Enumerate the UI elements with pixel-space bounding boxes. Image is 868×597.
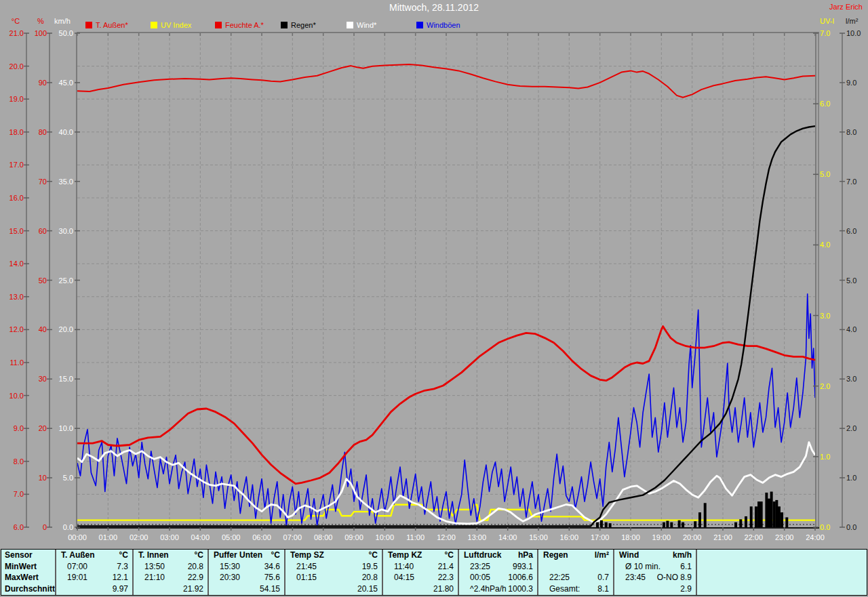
x-tick-label: 08:00 [310, 533, 337, 541]
table-cell: 07:007.3 [56, 561, 132, 573]
rain-bar [739, 519, 742, 527]
legend-item: Regen* [281, 21, 316, 30]
cell-value: 21.92 [183, 583, 208, 595]
cell-value: 20.8 [188, 561, 208, 573]
y-tick-label: 25.0 [50, 276, 73, 285]
y-tick-label: 10.0 [50, 424, 73, 432]
table-row-label: Durchschnitt [1, 583, 55, 595]
table-cell: 20.15 [285, 583, 382, 595]
y-tick-label: 1.0 [820, 453, 842, 461]
y-tick-label: 7.0 [820, 29, 842, 37]
cell-time: T. Außen [56, 550, 119, 561]
rain-bar [781, 512, 783, 527]
legend-swatch-icon [85, 22, 92, 28]
cell-time: 21:45 [285, 561, 362, 573]
table-cell: 00:051006.6 [459, 572, 537, 583]
cell-time: Temp SZ [285, 550, 369, 561]
legend-swatch-icon [347, 22, 353, 28]
x-tick-label: 13:00 [463, 533, 490, 541]
cell-value: 21.4 [438, 561, 458, 573]
table-header-cell: T. Außen°C [56, 550, 132, 561]
y-tick-label: 50.0 [50, 29, 73, 37]
y-tick-label: 14.0 [3, 260, 24, 268]
rain-bar [755, 506, 757, 527]
table-cell: 21.92 [134, 583, 208, 595]
table-header-cell: T. Innen°C [134, 550, 208, 561]
cell-time: 21:10 [134, 572, 188, 583]
cell-time: Regen [538, 550, 595, 561]
cell-value: 34.6 [264, 561, 284, 573]
table-header-cell: LuftdruckhPa [459, 550, 537, 561]
table-row-label: MinWert [1, 561, 55, 573]
rain-bar [773, 501, 776, 527]
cell-value: 993.1 [513, 561, 537, 573]
rain-bar [750, 506, 753, 527]
table-cell: 9.97 [56, 583, 132, 595]
x-tick-label: 17:00 [587, 533, 614, 541]
legend-swatch-icon [151, 22, 157, 28]
y-tick-label: 15.0 [50, 375, 73, 383]
table-cell: ^2.4hPa/h1000.3 [459, 583, 537, 595]
x-tick-label: 24:00 [802, 533, 829, 541]
y-tick-label: 50 [28, 276, 47, 285]
y-tick-label: 8.0 [3, 457, 24, 466]
y-tick-label: 17.0 [3, 161, 24, 169]
cell-time: 15:30 [209, 561, 264, 573]
rain-bar [775, 500, 778, 527]
rain-bar [600, 520, 603, 527]
y-tick-label: 9.0 [3, 424, 24, 432]
page-title: Mittwoch, 28.11.2012 [0, 2, 868, 13]
y-tick-label: 40.0 [50, 128, 73, 136]
cell-time: 13:50 [134, 561, 188, 573]
table-cell: 54.15 [209, 583, 284, 595]
chart-legend: T. Außen*UV IndexFeuchte A.*Regen*Wind*W… [0, 21, 868, 30]
rain-bar [698, 512, 701, 527]
y-tick-label: 20.0 [3, 62, 24, 70]
table-column: SensorMinWertMaxWertDurchschnitt [1, 550, 55, 595]
x-tick-label: 15:00 [525, 533, 552, 541]
cell-time [538, 561, 609, 573]
table-cell: 21:1022.9 [134, 572, 208, 583]
y-tick-label: 4.0 [820, 241, 842, 249]
table-cell: 13:5020.8 [134, 561, 208, 573]
cell-time: Ø 10 min. [614, 561, 680, 573]
cell-time [209, 583, 260, 595]
table-header-cell: Temp KZ°C [383, 550, 458, 561]
rain-bar [670, 522, 673, 527]
cell-value: 22.9 [188, 572, 208, 583]
cell-value: l/m² [595, 550, 613, 561]
y-tick-label: 80 [28, 128, 47, 136]
table-cell: 2.9 [614, 583, 696, 595]
y-tick-label: 12.0 [3, 325, 24, 333]
cell-time: Luftdruck [459, 550, 518, 561]
y-tick-label: 20.0 [50, 325, 73, 333]
y-tick-label: 2.0 [846, 424, 868, 432]
legend-label: Windböen [427, 21, 460, 29]
table-cell: 23:45O-NO 8.9 [614, 572, 696, 583]
table-column: Windkm/hØ 10 min.6.123:45O-NO 8.92.9 [613, 550, 696, 595]
legend-swatch-icon [281, 22, 288, 28]
cell-value: 54.15 [260, 583, 284, 595]
legend-item: Wind* [347, 21, 376, 30]
y-tick-label: 6.0 [3, 523, 24, 531]
cell-value: 7.3 [117, 561, 132, 573]
weather-chart-window: Mittwoch, 28.11.2012 Jarz Erich °C % km/… [0, 0, 868, 597]
rain-bar [663, 522, 665, 527]
y-tick-label: 15.0 [3, 227, 24, 235]
rain-bar [694, 521, 696, 527]
table-column: T. Außen°C07:007.319:0112.19.97 [55, 550, 132, 595]
cell-time: Gesamt: [538, 583, 597, 595]
table-header-cell: Windkm/h [614, 550, 696, 561]
cell-value: 0.7 [597, 572, 613, 583]
table-cell: 21:4519.5 [285, 561, 382, 573]
x-tick-label: 05:00 [218, 533, 245, 541]
x-tick-label: 00:00 [64, 533, 91, 541]
cell-time: 00:05 [459, 572, 508, 583]
legend-item: T. Außen* [85, 21, 128, 30]
cell-time: 07:00 [56, 561, 117, 573]
y-tick-label: 90 [28, 79, 47, 87]
cell-value: °C [271, 550, 284, 561]
cell-value: O-NO 8.9 [657, 572, 696, 583]
rain-bar [765, 493, 768, 527]
x-tick-label: 22:00 [740, 533, 767, 541]
